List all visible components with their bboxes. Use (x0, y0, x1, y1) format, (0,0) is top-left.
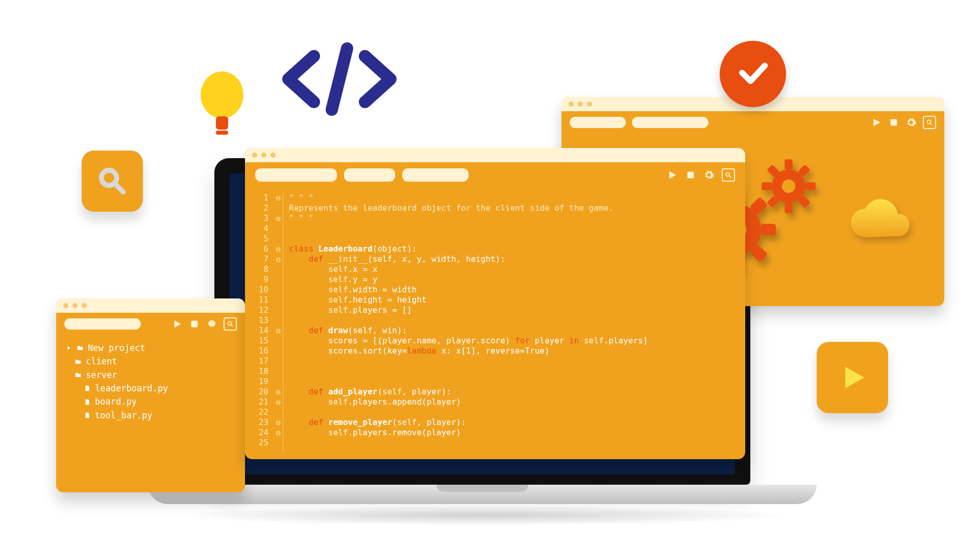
search-icon[interactable] (923, 116, 936, 129)
titlebar (245, 148, 745, 162)
editor-tab[interactable] (344, 168, 395, 182)
tab[interactable] (570, 117, 626, 128)
gear-small-icon (761, 158, 817, 214)
play-icon[interactable] (871, 117, 882, 128)
svg-rect-7 (761, 224, 776, 235)
editor-tab[interactable] (402, 168, 469, 182)
svg-point-28 (726, 172, 729, 176)
svg-rect-14 (785, 159, 792, 169)
tree-file[interactable]: tool_bar.py (65, 409, 236, 422)
tree-root[interactable]: New project (65, 341, 236, 355)
play-icon[interactable] (172, 318, 183, 330)
fold-column: ⊖⊖⊖⊖⊖⊖⊖⊖⊖ (274, 193, 283, 448)
svg-rect-32 (216, 131, 228, 135)
code-brackets-icon (276, 41, 403, 117)
search-tile-icon (82, 151, 143, 212)
traffic-dot (587, 102, 592, 107)
svg-line-35 (115, 184, 123, 192)
toolbar (56, 313, 245, 335)
svg-line-2 (930, 123, 933, 126)
svg-point-22 (782, 180, 795, 193)
stop-icon[interactable] (189, 318, 200, 330)
svg-point-1 (927, 120, 930, 123)
svg-rect-0 (891, 119, 897, 126)
laptop-shadow (174, 505, 791, 525)
traffic-dot (252, 153, 257, 158)
stop-icon[interactable] (888, 117, 899, 128)
traffic-dot (578, 102, 583, 107)
stop-icon[interactable] (685, 169, 696, 181)
svg-line-33 (332, 48, 347, 110)
tree-folder[interactable]: client (65, 355, 236, 368)
line-gutter: 1234567891011121314151617181920212223242… (245, 193, 274, 448)
file-tree-window: New projectclientserverleaderboard.pyboa… (56, 298, 245, 492)
svg-point-25 (228, 321, 231, 325)
cloud-icon (847, 199, 914, 245)
code-editor[interactable]: 1234567891011121314151617181920212223242… (245, 188, 745, 461)
search-icon[interactable] (722, 168, 735, 182)
checkmark-badge-icon (720, 41, 786, 107)
lightbulb-icon (197, 69, 248, 141)
gear-icon[interactable] (905, 117, 917, 128)
svg-rect-23 (191, 321, 198, 328)
code-lines: " " "Represents the leaderboard object f… (289, 193, 735, 448)
toolbar (561, 111, 944, 134)
svg-line-29 (729, 176, 731, 178)
tab[interactable] (64, 318, 141, 330)
tree-file[interactable]: leaderboard.py (65, 382, 236, 395)
gear-icon[interactable] (703, 169, 715, 181)
tree-folder[interactable]: server (65, 368, 236, 382)
svg-line-26 (231, 325, 233, 327)
play-tile-icon (817, 342, 888, 413)
traffic-dot (82, 303, 87, 308)
editor-tab[interactable] (255, 168, 337, 182)
svg-rect-31 (216, 116, 228, 130)
traffic-dot (261, 153, 266, 158)
traffic-dot (569, 102, 574, 107)
play-icon[interactable] (667, 169, 678, 181)
laptop-notch (436, 485, 528, 492)
svg-point-30 (201, 71, 243, 118)
tab[interactable] (632, 117, 708, 128)
gear-icon[interactable] (206, 318, 217, 330)
svg-rect-16 (762, 182, 772, 190)
svg-rect-27 (688, 172, 694, 179)
svg-rect-17 (805, 182, 816, 190)
toolbar (245, 162, 745, 188)
search-icon[interactable] (224, 317, 237, 331)
svg-rect-15 (785, 203, 792, 213)
file-tree[interactable]: New projectclientserverleaderboard.pyboa… (56, 335, 245, 428)
traffic-dot (72, 303, 78, 308)
gutter-line (283, 193, 283, 453)
tree-file[interactable]: board.py (65, 395, 236, 408)
titlebar (56, 298, 245, 313)
traffic-dot (63, 303, 68, 308)
editor-window: 1234567891011121314151617181920212223242… (245, 148, 745, 459)
traffic-dot (271, 153, 276, 158)
